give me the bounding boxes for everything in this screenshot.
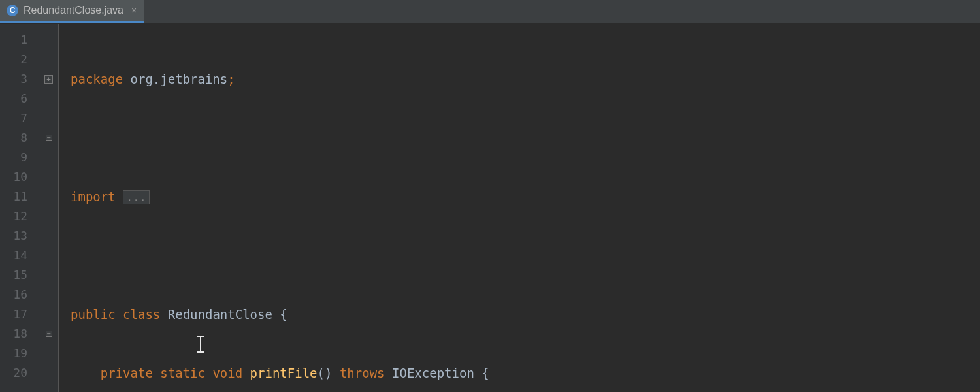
line-number: 10	[0, 167, 39, 187]
code-line	[71, 128, 980, 148]
line-number: 20	[0, 363, 39, 383]
line-number: 3	[0, 69, 39, 89]
editor-tab[interactable]: C RedundantClose.java ×	[0, 0, 144, 23]
java-class-icon: C	[7, 5, 18, 16]
fold-expand-icon[interactable]: +	[44, 75, 53, 84]
line-number: 18	[0, 324, 39, 344]
line-number: 11	[0, 187, 39, 206]
code-editor[interactable]: 1 2 3 6 7 8 9 10 11 12 13 14 15 16 17 18…	[0, 24, 980, 392]
line-number: 19	[0, 344, 39, 363]
line-number: 7	[0, 108, 39, 128]
fold-gutter: + − −	[39, 24, 59, 392]
code-line: public class RedundantClose {	[71, 304, 980, 324]
line-number: 9	[0, 148, 39, 167]
line-number: 12	[0, 206, 39, 226]
code-line: private static void printFile() throws I…	[71, 363, 980, 383]
line-number: 1	[0, 30, 39, 50]
icon-letter: C	[10, 6, 16, 15]
code-area[interactable]: package org.jetbrains; import ... public…	[59, 24, 980, 392]
fold-end-icon[interactable]: −	[46, 331, 52, 337]
code-line	[71, 246, 980, 265]
line-number: 6	[0, 89, 39, 108]
line-number: 14	[0, 246, 39, 265]
tab-bar: C RedundantClose.java ×	[0, 0, 980, 24]
line-number-gutter: 1 2 3 6 7 8 9 10 11 12 13 14 15 16 17 18…	[0, 24, 39, 392]
line-number: 2	[0, 50, 39, 69]
close-icon[interactable]: ×	[129, 5, 137, 16]
fold-collapse-icon[interactable]: −	[46, 135, 52, 141]
code-line: import ...	[71, 187, 980, 206]
line-number: 15	[0, 265, 39, 285]
line-number: 13	[0, 226, 39, 246]
line-number: 16	[0, 285, 39, 304]
tab-filename: RedundantClose.java	[24, 5, 123, 16]
code-line: package org.jetbrains;	[71, 69, 980, 89]
folded-imports[interactable]: ...	[123, 190, 150, 204]
line-number: 8	[0, 128, 39, 148]
line-number: 17	[0, 304, 39, 324]
